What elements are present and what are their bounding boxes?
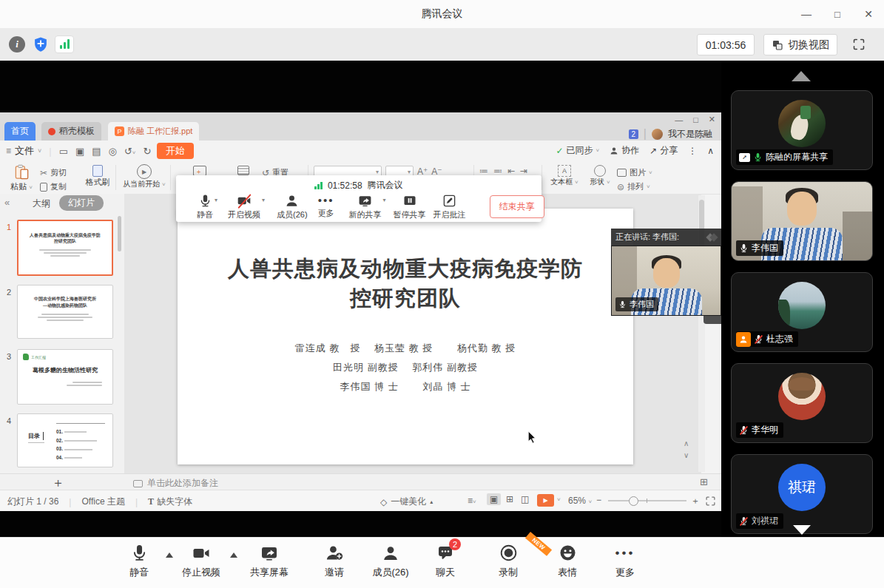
- invite-button[interactable]: 邀请: [305, 543, 364, 579]
- indent-icon[interactable]: ⇥: [520, 166, 527, 176]
- zoom-level[interactable]: 65% ˅: [568, 496, 592, 506]
- undo-icon[interactable]: ↺˅: [124, 146, 136, 157]
- output-icon[interactable]: ▣: [75, 146, 84, 157]
- grid-view-icon[interactable]: ⊞: [700, 476, 708, 487]
- zoom-out-icon[interactable]: −: [596, 495, 601, 505]
- format-painter-button[interactable]: 格式刷: [81, 161, 114, 194]
- save-icon[interactable]: ▭: [59, 146, 68, 157]
- notes-placeholder[interactable]: 单击此处添加备注: [133, 477, 218, 490]
- redo-icon[interactable]: ↻: [143, 146, 151, 157]
- paste-button[interactable]: 粘贴 ˅: [6, 161, 37, 194]
- members-button[interactable]: 成员(26): [361, 543, 420, 579]
- wps-tab-templates[interactable]: 稻壳模板: [41, 122, 101, 141]
- tab-outline[interactable]: 大纲: [33, 197, 50, 210]
- scroll-down-icon[interactable]: [793, 525, 811, 535]
- reading-view-icon[interactable]: ◫: [521, 494, 529, 504]
- missing-font-warning[interactable]: T缺失字体: [148, 496, 192, 508]
- theme-name[interactable]: Office 主题: [81, 496, 124, 508]
- wps-tab-document[interactable]: P 陈融 工作汇报.ppt: [108, 122, 199, 141]
- participant-tile-video[interactable]: 李伟国: [731, 181, 873, 261]
- print-icon[interactable]: ▤: [92, 146, 101, 157]
- security-shield-icon[interactable]: [31, 35, 50, 54]
- camera-options-icon[interactable]: ▾: [262, 197, 265, 203]
- new-share-button[interactable]: 新的共享: [349, 194, 382, 220]
- camera-options-icon[interactable]: [230, 552, 237, 558]
- more-menu-icon[interactable]: ⋮: [688, 146, 697, 156]
- wps-maximize-icon[interactable]: □: [693, 115, 698, 124]
- fit-fullscreen-icon[interactable]: [705, 496, 716, 507]
- ribbon-tab-start[interactable]: 开始: [157, 143, 194, 159]
- close-icon[interactable]: ✕: [853, 0, 884, 28]
- arrange-button[interactable]: ⊜排列˅: [617, 181, 669, 192]
- minimize-icon[interactable]: —: [791, 0, 822, 28]
- slide-sorter-icon[interactable]: ⊞: [506, 494, 513, 504]
- account-name[interactable]: 我不是陈融: [668, 128, 712, 141]
- record-button[interactable]: NEW 录制: [479, 543, 538, 579]
- participant-tile[interactable]: 祺珺 刘祺珺: [731, 454, 873, 534]
- more-button[interactable]: ••• 更多: [318, 194, 334, 219]
- wps-close-icon[interactable]: ✕: [709, 115, 715, 124]
- mute-button[interactable]: 静音: [109, 543, 169, 579]
- scroll-up-icon[interactable]: [792, 71, 811, 81]
- network-signal-icon[interactable]: [55, 35, 74, 54]
- slide-thumbnail-4[interactable]: 目录 01. 02. 03. 04.: [17, 413, 113, 467]
- prev-next-slide-buttons[interactable]: ∧∨: [684, 438, 689, 462]
- sync-status[interactable]: ✓已同步˅: [556, 144, 599, 157]
- wps-minimize-icon[interactable]: —: [675, 115, 683, 124]
- panel-scrollbar[interactable]: [118, 216, 121, 251]
- switch-view-button[interactable]: 切换视图: [763, 34, 837, 55]
- pause-share-button[interactable]: 暂停共享: [394, 194, 426, 220]
- play-from-current-button[interactable]: ▶ 从当前开始 ˅: [120, 161, 169, 194]
- bullets-icon[interactable]: ≔: [479, 166, 488, 176]
- maximize-icon[interactable]: □: [822, 0, 853, 28]
- start-video-button[interactable]: 开启视频: [228, 194, 260, 220]
- members-button[interactable]: 成员(26): [277, 194, 308, 220]
- notes-toggle-icon[interactable]: ≡˅: [468, 496, 476, 506]
- chat-button[interactable]: 2 聊天: [416, 543, 475, 579]
- slideshow-options-icon[interactable]: ˅: [557, 496, 561, 503]
- stop-video-button[interactable]: 停止视频: [172, 543, 231, 579]
- participant-tile[interactable]: 杜志强: [731, 272, 873, 352]
- collaborate-button[interactable]: 协作: [610, 144, 639, 157]
- collapse-panel-icon[interactable]: «: [4, 197, 10, 208]
- zoom-slider-knob[interactable]: [629, 496, 638, 506]
- share-options-icon[interactable]: ▾: [383, 197, 386, 203]
- outdent-icon[interactable]: ⇤: [507, 166, 515, 176]
- share-screen-button[interactable]: 共享屏幕: [240, 543, 299, 579]
- preview-icon[interactable]: ◎: [109, 146, 117, 157]
- slide-thumbnail-1[interactable]: 人兽共患病及动物重大疫病免疫学防 控研究团队: [17, 220, 113, 276]
- beautify-button[interactable]: ◇一键美化▴: [380, 496, 433, 508]
- more-button[interactable]: ••• 更多: [595, 543, 655, 579]
- mute-button[interactable]: 静音: [197, 194, 213, 220]
- cut-button[interactable]: ✂剪切: [40, 167, 80, 178]
- zoom-in-icon[interactable]: ＋: [691, 495, 700, 507]
- annotate-button[interactable]: 开启批注: [433, 194, 466, 220]
- participant-tile[interactable]: 李华明: [731, 363, 873, 443]
- picture-button[interactable]: 图片˅: [617, 167, 669, 178]
- tab-slides[interactable]: 幻灯片: [59, 195, 104, 211]
- zoom-slider[interactable]: [608, 500, 686, 501]
- file-menu[interactable]: ≡文件˅: [6, 144, 41, 158]
- end-share-button[interactable]: 结束共享: [490, 195, 544, 218]
- normal-view-icon[interactable]: ▣: [487, 493, 501, 505]
- slideshow-play-button[interactable]: ▶: [537, 494, 554, 507]
- collapse-ribbon-icon[interactable]: ∧: [707, 146, 714, 156]
- text-box-button[interactable]: A 文本框 ˅: [546, 161, 583, 194]
- slide-thumbnail-2[interactable]: 中国农业科学院上海兽医研究所 —动物抗感染药物团队: [17, 285, 113, 339]
- current-slide[interactable]: 人兽共患病及动物重大疫病免疫学防 控研究团队 雷连成 教 授 杨玉莹 教 授 杨…: [178, 209, 633, 464]
- shapes-button[interactable]: 形状 ˅: [584, 161, 615, 194]
- mic-options-icon[interactable]: ▾: [215, 197, 217, 203]
- copy-button[interactable]: 复制: [40, 181, 80, 192]
- avatar[interactable]: [652, 129, 663, 140]
- wps-tab-home[interactable]: 首页: [4, 122, 36, 141]
- fullscreen-icon[interactable]: [849, 35, 868, 54]
- info-icon[interactable]: i: [7, 35, 27, 54]
- emoji-button[interactable]: 表情: [538, 543, 597, 579]
- share-button[interactable]: ↗分享: [649, 144, 678, 157]
- numbering-icon[interactable]: ≕: [493, 166, 502, 176]
- message-count-badge[interactable]: 2: [629, 129, 638, 139]
- participant-tile-sharer[interactable]: ➚ 陈融的屏幕共享: [731, 90, 873, 170]
- add-slide-icon[interactable]: ＋: [52, 474, 64, 491]
- slide-thumbnail-3[interactable]: 工作汇报 葛根多糖的生物活性研究: [17, 349, 113, 405]
- active-speaker-overlay[interactable]: 正在讲话: 李伟国: 李伟国: [611, 229, 721, 316]
